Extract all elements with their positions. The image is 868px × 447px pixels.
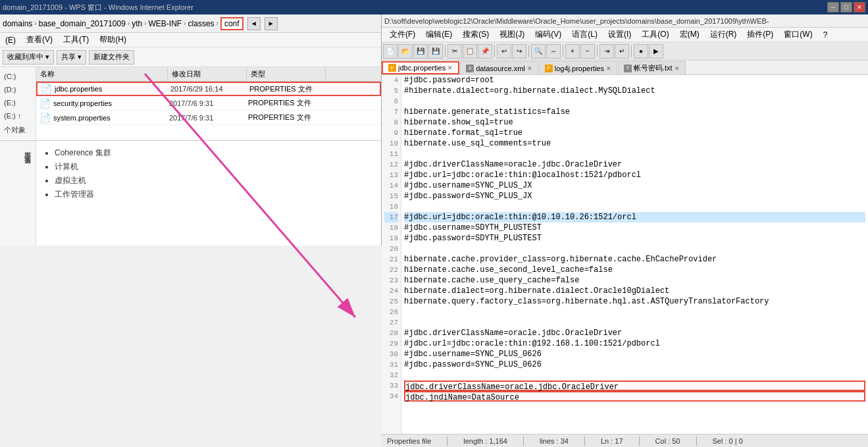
tab-label-datasource: datasource.xml (476, 65, 525, 72)
line-number-5: 5 (384, 86, 398, 96)
open-file-btn[interactable]: 📂 (398, 44, 413, 59)
menu-tools[interactable]: 工具(T) (61, 33, 91, 47)
status-length: length : 1,164 (463, 437, 507, 445)
line-number-6: 6 (384, 96, 398, 107)
macro-btn[interactable]: ● (634, 44, 648, 59)
indent-btn[interactable]: ⇥ (600, 44, 614, 59)
paste-btn[interactable]: 📌 (478, 44, 492, 59)
new-folder-button[interactable]: 新建文件夹 (89, 50, 134, 65)
nav-forward-button[interactable]: ► (265, 17, 278, 30)
nav-objects[interactable]: 个对象 (0, 122, 36, 138)
nav-e-drive[interactable]: (E:) (0, 96, 36, 109)
code-content[interactable]: #jdbc.password=root#hibernate.dialect=or… (401, 75, 868, 434)
share-button[interactable]: 共享 ▾ (57, 50, 86, 65)
list-item-coherence: Coherence 集群 (55, 146, 376, 160)
line-number-11: 11 (384, 149, 398, 159)
run-btn[interactable]: ▶ (649, 44, 663, 59)
column-type-header[interactable]: 类型 (247, 67, 326, 81)
file-item-security[interactable]: 📄 security.properties 2017/7/6 9:31 PROP… (36, 96, 381, 111)
menu-encode[interactable]: 编码(V) (530, 28, 567, 41)
new-file-btn[interactable]: 📄 (383, 44, 397, 59)
menu-plugins[interactable]: 插件(P) (742, 28, 779, 41)
sep5 (597, 45, 598, 57)
code-line-19: #jdbc.password=SDYTH_PLUSTEST (404, 233, 865, 244)
copy-btn[interactable]: 📋 (463, 44, 477, 59)
tab-jdbc[interactable]: P jdbc.properties ✕ (382, 61, 459, 74)
nav-back-button[interactable]: ◄ (247, 17, 261, 30)
file-icon-jdbc: 📄 (40, 83, 52, 95)
replace-btn[interactable]: ↔ (546, 44, 561, 59)
wrap-btn[interactable]: ↵ (615, 44, 629, 59)
nav-e-drive2[interactable]: (E:) ↑ (0, 109, 36, 122)
code-editor[interactable]: 4567891011121314151617181920212223242526… (382, 75, 868, 434)
menu-view[interactable]: 视图(J) (494, 28, 530, 41)
file-list: 名称 修改日期 类型 📄 jdbc.properties 2017/6/29 1… (36, 67, 381, 140)
status-sep5 (696, 436, 697, 446)
menu-view[interactable]: 查看(V) (24, 33, 55, 47)
menu-help-q[interactable]: ? (818, 29, 833, 41)
code-line-34: jdbc.jndiName=DataSource (404, 391, 865, 402)
menu-macro[interactable]: 宏(M) (675, 28, 705, 41)
menu-e[interactable]: (E) (3, 34, 18, 46)
nav-c-drive[interactable]: (C:) (0, 70, 36, 83)
line-number-34: 34 (384, 391, 398, 402)
menu-window[interactable]: 窗口(W) (779, 28, 817, 41)
menu-lang[interactable]: 语言(L) (567, 28, 603, 41)
cut-btn[interactable]: ✂ (447, 44, 462, 59)
file-item-jdbc[interactable]: 📄 jdbc.properties 2017/6/29 16:14 PROPER… (36, 82, 381, 96)
tab-close-log4j[interactable]: ✕ (606, 65, 611, 72)
list-item-computer: 计算机 (55, 160, 376, 174)
code-line-33: jdbc.driverClassName=oracle.jdbc.OracleD… (404, 381, 865, 391)
save-btn[interactable]: 💾 (413, 44, 428, 59)
find-btn[interactable]: 🔍 (531, 44, 546, 59)
menu-help[interactable]: 帮助(H) (97, 33, 129, 47)
tab-close-datasource[interactable]: ✕ (527, 65, 532, 72)
tab-close-jdbc[interactable]: ✕ (447, 65, 453, 71)
redo-btn[interactable]: ↪ (512, 44, 526, 59)
menu-file[interactable]: 文件(F) (384, 28, 421, 41)
column-date-header[interactable]: 修改日期 (168, 67, 247, 81)
column-name-header[interactable]: 名称 (36, 67, 168, 81)
sep6 (631, 45, 632, 57)
explorer-content: (C:) (D:) (E:) (E:) ↑ 个对象 名称 修改日期 类型 (0, 67, 381, 140)
nav-d-drive[interactable]: (D:) (0, 83, 36, 96)
file-name-security: security.properties (53, 99, 165, 107)
file-item-system[interactable]: 📄 system.properties 2017/7/6 9:31 PROPER… (36, 111, 381, 125)
sidebar-preferences[interactable]: 首选项 (3, 150, 33, 153)
code-line-12: #jdbc.driverClassName=oracle.jdbc.Oracle… (404, 159, 865, 170)
code-line-30: #jdbc.username=SYNC_PLUS_0626 (404, 349, 865, 359)
line-number-29: 29 (384, 338, 398, 349)
line-number-10: 10 (384, 138, 398, 149)
line-number-18: 18 (384, 223, 398, 233)
tab-icon-jdbc: P (388, 64, 396, 72)
zoom-out-btn[interactable]: − (580, 44, 595, 59)
line-number-12: 12 (384, 159, 398, 170)
menu-search[interactable]: 搜索(S) (457, 28, 494, 41)
close-button[interactable]: ✕ (854, 2, 865, 13)
tab-log4j[interactable]: P log4j.properties ✕ (539, 61, 617, 74)
menu-settings[interactable]: 设置(I) (603, 28, 636, 41)
minimize-button[interactable]: ─ (827, 2, 839, 13)
file-icon-security: 📄 (39, 97, 51, 109)
tab-datasource[interactable]: X datasource.xml ✕ (460, 61, 538, 74)
menu-tools[interactable]: 工具(O) (636, 28, 674, 41)
main-window: domain_20171009 - WPS 窗口 - Windows Inter… (0, 0, 868, 447)
maximize-button[interactable]: □ (840, 2, 852, 13)
menu-run[interactable]: 运行(R) (705, 28, 742, 41)
tab-password[interactable]: T 帐号密码.txt ✕ (618, 61, 686, 74)
zoom-in-btn[interactable]: + (565, 44, 580, 59)
addr-classes: classes (188, 19, 215, 28)
line-number-28: 28 (384, 328, 398, 338)
menu-edit[interactable]: 编辑(E) (421, 28, 457, 41)
add-to-library-button[interactable]: 收藏到库中 ▾ (3, 50, 54, 65)
tab-icon-password: T (624, 65, 632, 72)
undo-btn[interactable]: ↩ (497, 44, 511, 59)
line-number-27: 27 (384, 317, 398, 328)
code-line-4: #jdbc.password=root (404, 75, 865, 86)
line-number-25: 25 (384, 296, 398, 307)
save-all-btn[interactable]: 💾 (428, 44, 443, 59)
addr-webinf: WEB-INF (149, 19, 182, 28)
sidebar-scripts[interactable]: 脚本 (3, 145, 33, 147)
status-sep3 (584, 436, 585, 446)
tab-close-password[interactable]: ✕ (675, 65, 680, 72)
